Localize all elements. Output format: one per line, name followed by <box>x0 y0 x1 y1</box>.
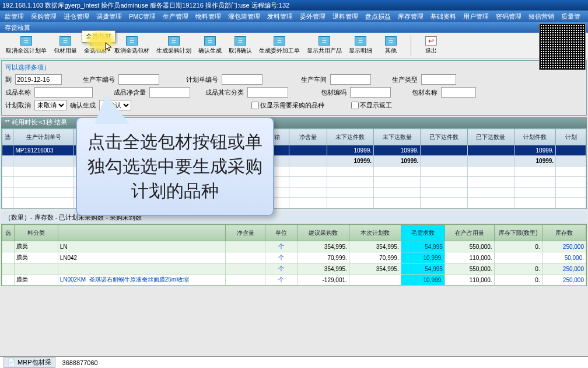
mat-name-input[interactable] <box>441 87 476 98</box>
tooltip: 全选包材 <box>82 30 116 43</box>
generate-outsource-button[interactable]: 生成委外加工单 <box>257 35 302 56</box>
col-plan-qty[interactable]: 本次计划数 <box>349 225 401 241</box>
product-name-input[interactable] <box>34 87 93 98</box>
menu-item[interactable]: 盘点损益 <box>362 12 394 21</box>
menu-item[interactable]: 采购管理 <box>27 12 60 21</box>
menu-item[interactable]: 存货核算 <box>1 23 34 32</box>
menu-item[interactable]: 质量管 <box>558 12 584 21</box>
material-grid[interactable]: 选 料分类 净含量 单位 建议采购数 本次计划数 毛需求数 在产占用量 库存下限… <box>1 224 587 286</box>
menu-item[interactable]: 款管理 <box>1 12 27 21</box>
mat-code-input[interactable] <box>350 87 391 98</box>
menu-item[interactable]: 生产管理 <box>159 12 192 21</box>
material-usage-button[interactable]: 包材用量 <box>51 35 79 56</box>
grid-icon <box>274 36 285 46</box>
col-select[interactable]: 选 <box>2 225 15 241</box>
col-a[interactable]: 未下达件数 <box>327 129 373 145</box>
menu-item[interactable]: 密码管理 <box>492 12 525 21</box>
cancel-confirm-button[interactable]: 取消确认 <box>226 35 254 56</box>
other-button[interactable]: 其他 <box>377 35 405 56</box>
status-number: 3688877060 <box>62 359 98 366</box>
col-stock[interactable]: 库存数 <box>542 225 586 241</box>
grid-icon <box>204 36 216 46</box>
exit-icon <box>425 36 437 46</box>
grid-icon <box>168 36 180 46</box>
grid-icon <box>355 36 366 46</box>
qr-code <box>539 23 586 70</box>
menu-item[interactable]: 基础资料 <box>427 12 460 21</box>
only-need-checkbox[interactable] <box>251 102 259 109</box>
instruction-callout: 点击全选包材按钮或单独勾选选中要生成采购计划的品种 <box>76 117 274 216</box>
cancel-label: 计划取消 <box>5 101 31 110</box>
menu-item[interactable]: 短信营销 <box>525 12 558 21</box>
col-wip[interactable]: 在产占用量 <box>444 225 494 241</box>
col-f[interactable]: 计划 <box>556 129 586 145</box>
status-tab[interactable]: 📄 MRP包材采 <box>4 357 55 368</box>
workshop-label: 生产车间 <box>301 75 327 84</box>
table-row[interactable]: 膜类LN 个 354,995.354,995. 54,995 550,000.0… <box>2 241 586 252</box>
generate-purchase-plan-button[interactable]: 生成采购计划 <box>154 35 194 56</box>
class-label: 成品其它分类 <box>205 88 244 97</box>
col-net[interactable]: 净含量 <box>225 225 265 241</box>
col-d[interactable]: 已下达数量 <box>467 129 514 145</box>
mat-name-label: 包材名称 <box>412 88 438 97</box>
type-input[interactable] <box>421 74 456 85</box>
col-c[interactable]: 已下达件数 <box>421 129 467 145</box>
grid-icon <box>126 36 138 46</box>
only-need-label: 仅显示需要采购的品种 <box>260 101 324 110</box>
to-date-input[interactable] <box>15 74 62 85</box>
grid-icon <box>235 36 246 46</box>
menu-item[interactable]: 用户管理 <box>460 12 492 21</box>
filter-panel: 可以选择多项） 到 生产车编号 计划单编号 生产车间 生产类型 成品名称 成品净… <box>1 60 587 116</box>
to-date-label: 到 <box>5 75 12 84</box>
col-b[interactable]: 未下达数量 <box>374 129 421 145</box>
col-plan-no[interactable]: 生产计划单号 <box>13 129 74 145</box>
window-title: 192.168.1.103 数据库gyerp_lntest 操作员adminus… <box>0 0 588 11</box>
menu-item[interactable]: 调拨管理 <box>93 12 125 21</box>
workshop-no-input[interactable] <box>118 74 159 85</box>
col-select[interactable]: 选 <box>2 129 13 145</box>
col-cls[interactable]: 料分类 <box>14 225 58 241</box>
grid-icon <box>385 36 397 46</box>
menu-item[interactable]: PMC管理 <box>125 12 159 21</box>
type-label: 生产类型 <box>392 75 418 84</box>
net-input[interactable] <box>149 87 190 98</box>
no-return-label: 不显示返工 <box>360 101 392 110</box>
col-code[interactable] <box>58 225 225 241</box>
menu-item[interactable]: 库存管理 <box>394 12 427 21</box>
col-net[interactable]: 净含量 <box>289 129 327 145</box>
exit-button[interactable]: 退出 <box>417 35 445 56</box>
col-e[interactable]: 计划件数 <box>514 129 555 145</box>
menu-item[interactable]: 发料管理 <box>264 12 296 21</box>
col-unit[interactable]: 单位 <box>265 225 298 241</box>
cancel-select[interactable]: 未取消 <box>34 100 66 110</box>
workshop-no-label: 生产车编号 <box>83 75 115 84</box>
show-detail-button[interactable]: 显示明细 <box>346 35 374 56</box>
workshop-input[interactable] <box>330 74 371 85</box>
status-bar: 📄 MRP包材采 3688877060 <box>0 356 588 368</box>
grid-icon <box>20 36 32 46</box>
cancel-select-all-plan-button[interactable]: 取消全选计划单 <box>4 35 49 56</box>
grid-icon <box>318 36 330 46</box>
menu-item[interactable]: 退料管理 <box>329 12 362 21</box>
plan-no-input[interactable] <box>222 74 262 85</box>
cancel-select-all-material-button[interactable]: 取消全选包材 <box>112 35 152 56</box>
class-input[interactable] <box>247 87 288 98</box>
no-return-checkbox[interactable] <box>351 102 359 109</box>
show-shared-button[interactable]: 显示共用产品 <box>304 35 344 56</box>
col-suggest[interactable]: 建议采购数 <box>297 225 349 241</box>
table-row[interactable]: 膜类 LN002KM 圣琪诺石斛蜗牛原液蚕丝面膜25ml收缩 个 -129,00… <box>2 275 586 286</box>
filter-hint: 可以选择多项） <box>5 63 583 72</box>
table-row[interactable]: 个 354,995.354,995. 54,995 550,000.0.250,… <box>2 263 586 275</box>
col-min[interactable]: 库存下限(数里) <box>494 225 542 241</box>
col-gross[interactable]: 毛需求数 <box>401 225 444 241</box>
menu-item[interactable]: 进仓管理 <box>60 12 93 21</box>
table-row[interactable]: 膜类LN042 个 70,999.70,999. 10,999. 110,000… <box>2 252 586 263</box>
product-name-label: 成品名称 <box>5 88 31 97</box>
grid-icon <box>60 36 71 46</box>
mat-code-label: 包材编码 <box>321 88 346 97</box>
menu-item[interactable]: 委外管理 <box>296 12 329 21</box>
main-menu: 款管理 采购管理 进仓管理 调拨管理 PMC管理 生产管理 物料管理 灌包装管理… <box>0 11 588 22</box>
menu-item[interactable]: 物料管理 <box>192 12 225 21</box>
confirm-generate-button[interactable]: 确认生成 <box>196 35 224 56</box>
menu-item[interactable]: 灌包装管理 <box>225 12 264 21</box>
